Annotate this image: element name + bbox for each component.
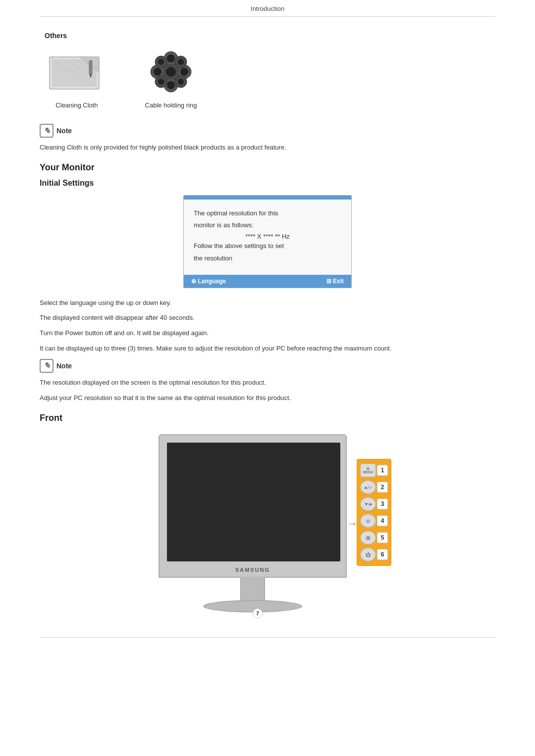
monitor-body: SAMSUNG [159,434,347,578]
accessories-row: Cleaning Cloth [45,47,495,109]
dialog-line1: The optimal resolution for this [194,208,341,219]
side-btn-number-4: 4 [377,515,388,526]
side-btn-number-1: 1 [377,465,388,476]
dialog-line2: monitor is as follows: [194,220,341,231]
side-button-row-6: ⏻ 6 [360,548,388,561]
cleaning-cloth-label: Cleaning Cloth [55,101,98,109]
side-buttons-panel: ⊞MENU 1 ▲/☆ 2 ▼/● [357,459,391,566]
svg-point-21 [180,68,188,76]
initial-settings-heading: Initial Settings [40,179,495,188]
page-title: Introduction [40,0,495,17]
note2-icon: ✎ [40,359,54,373]
svg-point-18 [167,54,175,62]
note2-text-2: Adjust your PC resolution so that it is … [40,393,495,403]
dialog-title-bar [184,196,351,200]
side-btn-number-2: 2 [377,482,388,493]
monitor-brand: SAMSUNG [235,567,270,573]
side-btn-number-5: 5 [377,532,388,543]
side-button-row-1: ⊞MENU 1 [360,463,388,477]
monitor-front-container: SAMSUNG → ⊞MENU 1 [144,429,391,617]
dialog-language-btn[interactable]: ⊕ Language [191,278,226,285]
monitor-dialog: The optimal resolution for this monitor … [183,195,352,288]
dialog-line5: the resolution [194,253,341,264]
note2-box: ✎ Note [40,359,495,373]
svg-rect-6 [89,60,92,74]
svg-point-23 [178,59,184,65]
others-label: Others [45,32,495,40]
dialog-footer: ⊕ Language ⊞ Exit [184,275,351,288]
cable-holding-ring-image [139,47,203,97]
instruction-1: Select the language using the up or down… [40,298,495,308]
cable-holding-ring-icon [144,45,198,99]
monitor-stand-neck [240,577,265,602]
dialog-exit-btn[interactable]: ⊞ Exit [326,278,344,285]
side-btn-2[interactable]: ▲/☆ [360,480,376,494]
dialog-body: The optimal resolution for this monitor … [184,200,351,271]
cable-holding-ring-label: Cable holding ring [145,101,197,109]
cable-holding-ring-item: Cable holding ring [139,47,203,109]
monitor-dialog-wrapper: The optimal resolution for this monitor … [40,195,495,288]
side-btn-1[interactable]: ⊞MENU [360,463,376,477]
bottom-divider [40,637,495,638]
front-heading: Front [40,413,495,423]
svg-point-22 [158,59,164,65]
monitor-image-wrapper: SAMSUNG → ⊞MENU 1 [40,429,495,617]
svg-point-17 [166,67,176,77]
monitor-screen [167,443,340,561]
instruction-3: Turn the Power button off and on. It wil… [40,328,495,339]
side-button-row-4: ⊙ 4 [360,514,388,528]
side-btn-number-7: 7 [253,608,263,618]
svg-point-19 [167,81,175,89]
dialog-line4: Follow the above settings to set [194,241,341,252]
page-container: Introduction Others [0,0,535,756]
your-monitor-heading: Your Monitor [40,162,495,173]
side-button-row-5: ⊞ 5 [360,531,388,545]
side-btn-3[interactable]: ▼/● [360,497,376,511]
note1-box: ✎ Note [40,124,495,138]
side-button-row-3: ▼/● 3 [360,497,388,511]
cleaning-cloth-icon [47,50,107,94]
svg-point-20 [154,68,161,76]
note2-text-1: The resolution displayed on the screen i… [40,378,495,388]
cleaning-cloth-image [45,47,109,97]
side-btn-number-6: 6 [377,549,388,560]
side-button-row-2: ▲/☆ 2 [360,480,388,494]
note2-label: Note [56,362,72,370]
note1-text: Cleaning Cloth is only provided for high… [40,143,495,152]
dialog-line3: **** X **** ** Hz [194,233,341,240]
front-section: Front SAMSUNG → [40,413,495,617]
note1-icon: ✎ [40,124,54,138]
note1-label: Note [56,127,72,135]
svg-point-24 [158,79,164,85]
others-section: Others [40,32,495,109]
arrow-indicator: → [347,517,358,530]
side-btn-5[interactable]: ⊞ [360,531,376,545]
side-btn-4[interactable]: ⊙ [360,514,376,528]
instruction-4: It can be displayed up to three (3) time… [40,344,495,354]
svg-point-25 [178,79,184,85]
instruction-2: The displayed content will disappear aft… [40,313,495,323]
side-btn-6-power[interactable]: ⏻ [360,548,376,561]
cleaning-cloth-item: Cleaning Cloth [45,47,109,109]
side-btn-number-3: 3 [377,499,388,509]
